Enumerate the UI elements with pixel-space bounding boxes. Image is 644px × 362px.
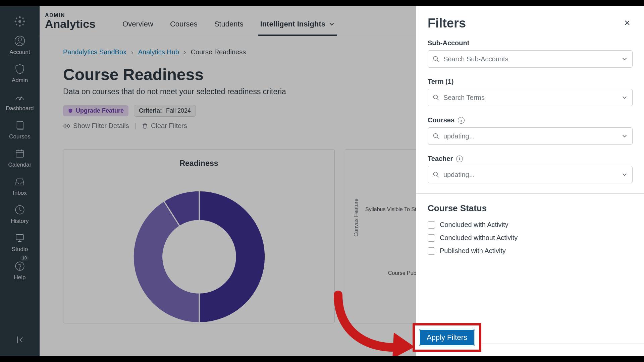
show-filter-details-link[interactable]: Show Filter Details — [63, 122, 129, 130]
nav-label: Dashboard — [6, 105, 34, 112]
criteria-chip[interactable]: Criteria: Fall 2024 — [134, 105, 196, 117]
status-published-activity[interactable]: Published with Activity — [428, 247, 633, 255]
nav-label: Courses — [9, 133, 30, 140]
brand: ADMIN Analytics — [45, 13, 96, 29]
tab-overview[interactable]: Overview — [122, 20, 153, 36]
nav-admin[interactable]: Admin — [0, 63, 40, 84]
sub-account-input[interactable] — [443, 55, 618, 63]
brand-analytics: Analytics — [45, 18, 96, 29]
close-icon — [624, 19, 631, 26]
course-status-title: Course Status — [428, 203, 633, 214]
teacher-combo[interactable] — [428, 166, 633, 183]
svg-point-19 — [434, 95, 438, 99]
tab-courses[interactable]: Courses — [170, 20, 198, 36]
nav-label: Admin — [12, 77, 28, 84]
teacher-input[interactable] — [443, 171, 618, 179]
inbox-icon — [14, 176, 26, 188]
sub-account-field: Sub-Account — [428, 39, 633, 68]
crumb-sandbox[interactable]: Pandalytics SandBox — [63, 48, 126, 56]
help-icon — [14, 260, 26, 272]
header-tabs: Overview Courses Students Intelligent In… — [122, 6, 335, 36]
gauge-icon — [14, 91, 26, 103]
upgrade-chip[interactable]: Upgrade Feature — [63, 105, 128, 116]
shield-icon — [14, 63, 26, 75]
status-concluded-activity[interactable]: Concluded with Activity — [428, 221, 633, 229]
svg-point-5 — [16, 17, 17, 19]
clear-filters-link[interactable]: Clear Filters — [142, 122, 187, 130]
svg-point-17 — [66, 125, 68, 127]
status-label: Concluded without Activity — [440, 234, 518, 242]
book-icon — [14, 119, 26, 131]
crumb-hub[interactable]: Analytics Hub — [138, 48, 179, 56]
search-icon — [433, 133, 439, 139]
user-icon — [14, 35, 26, 47]
apply-filters-button[interactable]: Apply Filters — [419, 329, 475, 346]
term-input[interactable] — [443, 94, 618, 102]
nav-label: History — [11, 218, 29, 225]
status-label: Concluded with Activity — [440, 221, 508, 229]
teacher-label: Teacher i — [428, 155, 633, 163]
svg-point-10 — [18, 38, 21, 41]
chevron-down-icon — [622, 133, 628, 139]
info-icon[interactable]: i — [456, 156, 463, 162]
tab-label: Intelligent Insights — [260, 20, 325, 28]
close-button[interactable] — [622, 16, 633, 31]
svg-point-20 — [434, 134, 438, 138]
svg-point-3 — [15, 20, 16, 22]
filters-title: Filters — [428, 16, 466, 31]
chevron-right-icon: › — [131, 48, 133, 56]
criteria-value: Fall 2024 — [166, 107, 191, 114]
courses-label: Courses i — [428, 116, 633, 124]
nav-label: Account — [9, 49, 30, 56]
clock-icon — [14, 204, 26, 216]
trash-icon — [142, 123, 148, 129]
filters-drawer: Filters Sub-Account Term (1) — [416, 6, 644, 356]
info-icon[interactable]: i — [458, 117, 465, 124]
teacher-field: Teacher i — [428, 155, 633, 183]
term-combo[interactable] — [428, 89, 633, 106]
show-filter-details-label: Show Filter Details — [73, 122, 129, 130]
nav-history[interactable]: History — [0, 204, 40, 225]
tab-label: Courses — [170, 20, 198, 28]
feature-row-published: Course Publi — [388, 270, 419, 276]
nav-collapse[interactable] — [0, 334, 40, 346]
svg-point-0 — [18, 20, 21, 23]
nav-dashboard[interactable]: Dashboard — [0, 91, 40, 112]
upgrade-chip-label: Upgrade Feature — [76, 107, 124, 114]
checkbox[interactable] — [428, 234, 435, 242]
svg-point-21 — [434, 172, 438, 176]
nav-account[interactable]: Account — [0, 35, 40, 56]
svg-point-2 — [19, 25, 20, 26]
courses-input[interactable] — [443, 132, 618, 140]
tab-students[interactable]: Students — [214, 20, 244, 36]
checkbox[interactable] — [428, 247, 435, 255]
courses-combo[interactable] — [428, 127, 633, 145]
svg-point-18 — [434, 57, 438, 61]
shield-filled-icon — [68, 108, 73, 114]
global-nav: Account Admin Dashboard Courses Calendar… — [0, 6, 40, 356]
letterbox-top — [0, 0, 644, 6]
nav-studio[interactable]: Studio — [0, 232, 40, 253]
sub-account-label: Sub-Account — [428, 39, 633, 47]
canvas-logo[interactable] — [0, 15, 40, 27]
tab-label: Overview — [122, 20, 153, 28]
svg-point-8 — [22, 24, 23, 25]
nav-help[interactable]: 10 Help — [0, 260, 40, 281]
letterbox-bottom — [0, 356, 644, 362]
nav-courses[interactable]: Courses — [0, 119, 40, 140]
svg-point-11 — [19, 99, 20, 100]
svg-point-7 — [16, 24, 17, 25]
tab-intelligent-insights[interactable]: Intelligent Insights — [260, 20, 335, 36]
tab-label: Students — [214, 20, 244, 28]
collapse-icon — [14, 334, 26, 346]
clear-filters-label: Clear Filters — [151, 122, 187, 130]
nav-label: Help — [14, 274, 26, 281]
checkbox[interactable] — [428, 221, 435, 229]
term-label: Term (1) — [428, 78, 633, 85]
nav-calendar[interactable]: Calendar — [0, 147, 40, 168]
nav-label: Calendar — [8, 162, 32, 168]
status-concluded-no-activity[interactable]: Concluded without Activity — [428, 234, 633, 242]
calendar-icon — [14, 147, 26, 160]
nav-inbox[interactable]: Inbox — [0, 176, 40, 196]
sub-account-combo[interactable] — [428, 50, 633, 68]
